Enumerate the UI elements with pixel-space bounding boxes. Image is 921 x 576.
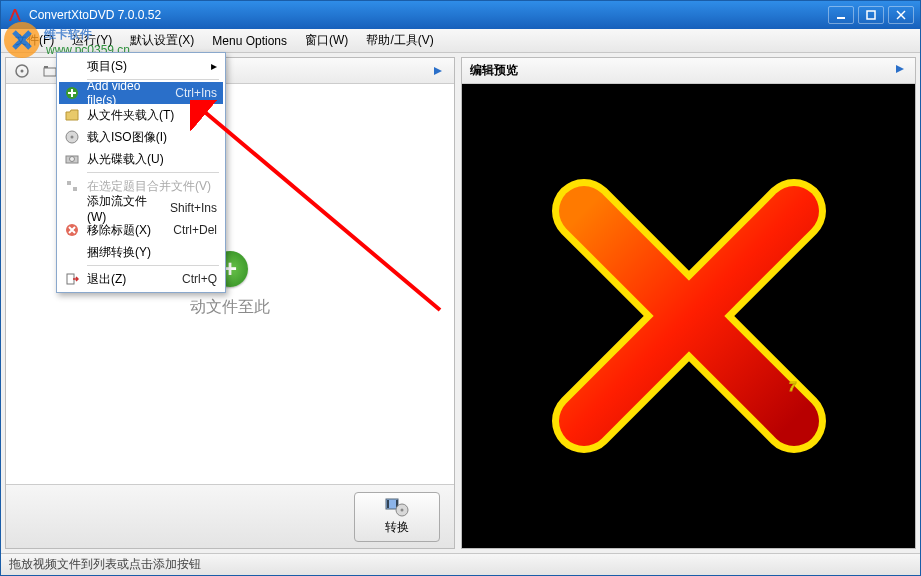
window-title: ConvertXtoDVD 7.0.0.52 [29, 8, 828, 22]
dd-exit[interactable]: 退出(Z) Ctrl+Q [59, 268, 223, 290]
dd-load-folder[interactable]: 从文件夹载入(T) [59, 104, 223, 126]
drop-text: 动文件至此 [190, 297, 270, 318]
preview-title: 编辑预览 [470, 62, 518, 79]
dd-project[interactable]: 项目(S) ▸ [59, 55, 223, 77]
convert-label: 转换 [385, 519, 409, 536]
plus-circle-icon [63, 84, 81, 102]
menu-window[interactable]: 窗口(W) [297, 29, 356, 52]
iso-icon [63, 128, 81, 146]
merge-icon [63, 177, 81, 195]
svg-point-22 [70, 157, 75, 162]
minimize-button[interactable] [828, 6, 854, 24]
dd-remove-title[interactable]: 移除标题(X) Ctrl+Del [59, 219, 223, 241]
convert-button[interactable]: 转换 [354, 492, 440, 542]
exit-icon [63, 270, 81, 288]
disc-drive-icon [63, 150, 81, 168]
svg-rect-6 [44, 68, 56, 76]
dd-add-stream[interactable]: 添加流文件(W) Shift+Ins [59, 197, 223, 219]
tool-disc-icon[interactable] [12, 61, 32, 81]
svg-point-5 [21, 69, 24, 72]
dd-bundle-convert[interactable]: 捆绑转换(Y) [59, 241, 223, 263]
convert-icon [385, 497, 409, 517]
remove-icon [63, 221, 81, 239]
tool-arrow-right-icon[interactable] [428, 61, 448, 81]
x7-logo-icon: 7 [529, 156, 849, 476]
dd-separator [87, 265, 219, 266]
app-window: ConvertXtoDVD 7.0.0.52 文件(F) 运行(Y) 默认设置(… [0, 0, 921, 576]
dd-add-video[interactable]: Add video file(s) Ctrl+Ins [59, 82, 223, 104]
right-panel: 编辑预览 [461, 57, 916, 549]
dd-separator [87, 172, 219, 173]
menu-file[interactable]: 文件(F) [7, 29, 62, 52]
svg-point-14 [401, 509, 404, 512]
statusbar: 拖放视频文件到列表或点击添加按钮 [1, 553, 920, 575]
menu-options[interactable]: Menu Options [204, 31, 295, 51]
titlebar: ConvertXtoDVD 7.0.0.52 [1, 1, 920, 29]
menu-help[interactable]: 帮助/工具(V) [358, 29, 441, 52]
app-icon [7, 7, 23, 23]
menu-defaults[interactable]: 默认设置(X) [122, 29, 202, 52]
dd-load-disc[interactable]: 从光碟载入(U) [59, 148, 223, 170]
svg-rect-7 [44, 66, 48, 68]
chevron-right-icon: ▸ [211, 59, 217, 73]
status-text: 拖放视频文件到列表或点击添加按钮 [9, 556, 201, 573]
maximize-button[interactable] [858, 6, 884, 24]
svg-rect-24 [73, 187, 77, 191]
file-dropdown: 项目(S) ▸ Add video file(s) Ctrl+Ins 从文件夹载… [56, 52, 226, 293]
folder-icon [63, 106, 81, 124]
close-button[interactable] [888, 6, 914, 24]
svg-rect-23 [67, 181, 71, 185]
svg-rect-11 [387, 500, 389, 508]
menu-run[interactable]: 运行(Y) [64, 29, 120, 52]
svg-rect-26 [67, 274, 74, 284]
convert-bar: 转换 [6, 484, 454, 548]
preview-header: 编辑预览 [462, 58, 915, 84]
svg-rect-1 [867, 11, 875, 19]
svg-point-20 [71, 136, 74, 139]
preview-arrow-right-icon[interactable] [893, 62, 907, 79]
preview-area: 7 [462, 84, 915, 548]
dd-load-iso[interactable]: 载入ISO图像(I) [59, 126, 223, 148]
menubar: 文件(F) 运行(Y) 默认设置(X) Menu Options 窗口(W) 帮… [1, 29, 920, 53]
